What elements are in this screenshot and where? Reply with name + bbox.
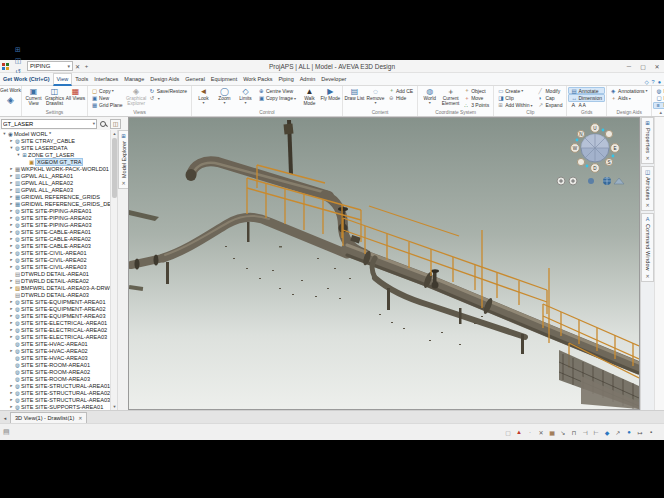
maximize-button[interactable]: ▢ — [636, 60, 650, 73]
nav-west-label[interactable]: W — [573, 146, 578, 151]
search-icon[interactable] — [99, 120, 107, 128]
style-icon[interactable]: ◇ — [644, 79, 648, 85]
button-all-views[interactable]: ▦All Views — [65, 86, 86, 101]
button-current-element[interactable]: ＋Current Element — [440, 86, 461, 106]
chevron-down-icon[interactable]: ▾ — [530, 103, 532, 108]
chevron-down-icon[interactable]: ▾ — [429, 101, 431, 105]
tree-item-site-site-cable-area01[interactable]: ▸◍SITE SITE-CABLE-AREA01 — [0, 228, 110, 235]
search-input[interactable] — [3, 121, 87, 127]
status-icon-2[interactable]: ▲ — [514, 427, 524, 437]
close-icon[interactable]: ✕ — [645, 273, 649, 279]
button-clip[interactable]: ◨Clip — [495, 94, 535, 101]
ribbon-tab-equipment[interactable]: Equipment — [208, 74, 240, 84]
button-save-restore[interactable]: ↻Save/Restore — [147, 87, 190, 94]
tab-command-window[interactable]: ACommand Window✕ — [641, 213, 654, 281]
button-dimension[interactable]: ↔Dimension — [568, 94, 605, 101]
tree-item-bmfwrl-detail-area03-a-drwg[interactable]: ▸▧BMFWRL DETAIL-AREA03-A-DRWG — [0, 284, 110, 291]
chevron-down-icon[interactable]: ▾ — [374, 101, 376, 105]
tree-item-wkpkhl-work-pack-world01[interactable]: ▸▦WKPKHL WORK-PACK-WORLD01 — [0, 165, 110, 172]
button-add-ce[interactable]: ＋Add CE — [386, 87, 416, 94]
status-icon-9[interactable]: ⊢ — [591, 427, 601, 437]
close-icon[interactable]: ✕ — [121, 180, 125, 186]
tree-item-site-site-electrical-area03[interactable]: ▸◍SITE SITE-ELECTRICAL-AREA03 — [0, 333, 110, 340]
status-icon-12[interactable]: ● — [624, 427, 634, 437]
tree-item-site-ctray-cable[interactable]: ▸◍SITE CTRAY_CABLE — [0, 137, 110, 144]
close-button[interactable]: ✕ — [650, 60, 664, 73]
tree-item-site-site-hvac-area03[interactable]: ◍SITE SITE-HVAC-AREA03 — [0, 354, 110, 361]
button-3-points[interactable]: ∴3 Points — [461, 102, 492, 109]
tree-item-site-site-room-area03[interactable]: ◍SITE SITE-ROOM-AREA03 — [0, 375, 110, 382]
ribbon-tab-piping[interactable]: Piping — [275, 74, 296, 84]
button-annotations[interactable]: ◈Annotations▾ — [608, 87, 650, 94]
tree-item-site-site-civil-area01[interactable]: ▸◍SITE SITE-CIVIL-AREA01 — [0, 249, 110, 256]
find-button[interactable]: ◫ — [110, 119, 121, 129]
chevron-down-icon[interactable]: ▾ — [294, 96, 296, 101]
tree-item-site-site-hvac-area01[interactable]: ◍SITE SITE-HVAC-AREA01 — [0, 340, 110, 347]
info-icon[interactable]: ● — [658, 79, 661, 85]
button-blank[interactable]: ↺▾ — [147, 94, 190, 101]
tree-item-gpwl-all-area03[interactable]: ▸▥GPWL ALL_AREA03 — [0, 186, 110, 193]
tree-item-site-site-piping-area01[interactable]: ▸◍SITE SITE-PIPING-AREA01 — [0, 207, 110, 214]
tree-item-site-site-equipment-area01[interactable]: ▸◍SITE SITE-EQUIPMENT-AREA01 — [0, 298, 110, 305]
close-icon[interactable]: ✕ — [645, 202, 649, 208]
button-create[interactable]: ▭Create▾ — [495, 87, 535, 94]
chevron-down-icon[interactable]: ▾ — [93, 121, 95, 126]
tree-item-dtwrld-detail-area01[interactable]: ▤DTWRLD DETAIL-AREA01 — [0, 270, 110, 277]
button-cap[interactable]: ◗Cap — [535, 94, 565, 101]
tab-properties[interactable]: ⊞Properties✕ — [641, 117, 654, 164]
chevron-down-icon[interactable]: ▾ — [629, 96, 631, 101]
ribbon-tab-work-packs[interactable]: Work Packs — [240, 74, 275, 84]
chevron-down-icon[interactable]: ▾ — [645, 88, 647, 93]
button-annotate[interactable]: ▤Annotate — [568, 87, 605, 94]
tree-item-gridwl-reference-grids-detail[interactable]: ▸▦GRIDWL REFERENCE_GRIDS_DETAIL — [0, 200, 110, 207]
button-add-within[interactable]: ⊞Add Within▾ — [495, 102, 535, 109]
monitors-icon[interactable]: ◫ — [13, 55, 23, 66]
3d-viewport[interactable]: U E D W N S — [128, 117, 640, 410]
button-draw-list[interactable]: ▤Draw List — [344, 86, 365, 101]
button-new[interactable]: ▣New — [89, 94, 126, 101]
chevron-down-icon[interactable]: ▾ — [202, 101, 204, 105]
ribbon-tab-view[interactable]: View — [53, 73, 73, 86]
tree-item-site-site-equipment-area03[interactable]: ▸◍SITE SITE-EQUIPMENT-AREA03 — [0, 312, 110, 319]
tree-item-site-site-equipment-area02[interactable]: ▸◍SITE SITE-EQUIPMENT-AREA02 — [0, 305, 110, 312]
tree-item-gpwl-all-area02[interactable]: ▸▥GPWL ALL_AREA02 — [0, 179, 110, 186]
button-world[interactable]: ◍World▾ — [419, 86, 440, 105]
status-icon-11[interactable]: ↗ — [613, 427, 623, 437]
button-limits[interactable]: ◇Limits▾ — [235, 86, 256, 105]
button-look[interactable]: ◄Look▾ — [193, 86, 214, 105]
button-graphics-drawlist[interactable]: ◫Graphics Drawlist — [44, 86, 65, 106]
nav-up-label[interactable]: U — [593, 126, 596, 131]
chevron-down-icon[interactable]: ▾ — [521, 88, 523, 93]
button-a-a[interactable]: AA A — [568, 102, 605, 109]
button-hide[interactable]: ⊖Hide — [386, 94, 416, 101]
status-icon-4[interactable]: ✕ — [536, 427, 546, 437]
status-icon-14[interactable]: ▪ — [646, 427, 656, 437]
tree-item-dtwrld-detail-area03[interactable]: ▤DTWRLD DETAIL-AREA03 — [0, 291, 110, 298]
tree-item-model-worl-[interactable]: ▾◉Model WORL * — [0, 130, 110, 137]
nav-north-label[interactable]: N — [579, 132, 582, 137]
tree-item-site-site-room-area01[interactable]: ◍SITE SITE-ROOM-AREA01 — [0, 361, 110, 368]
button-graphical-explorer[interactable]: ◈Graphical Explorer — [126, 86, 147, 106]
tree-scrollbar[interactable]: ▲ ▼ — [110, 130, 117, 410]
ribbon-tab-manage[interactable]: Manage — [121, 74, 147, 84]
ribbon-tab-developer[interactable]: Developer — [318, 74, 349, 84]
button-fly-mode[interactable]: ▶Fly Mode — [320, 86, 341, 101]
windows-icon[interactable]: ⊞ — [13, 44, 23, 55]
button-remove[interactable]: ◌Remove▾ — [365, 86, 386, 105]
ribbon-tab-interfaces[interactable]: Interfaces — [91, 74, 121, 84]
button-current-view[interactable]: ▣Current View — [23, 86, 44, 106]
tab-attributes[interactable]: ◫Attributes✕ — [641, 166, 654, 211]
tree-item-site-site-cable-area03[interactable]: ▸◍SITE SITE-CABLE-AREA03 — [0, 242, 110, 249]
tree-item-gridwl-reference-grids[interactable]: ▸▦GRIDWL REFERENCE_GRIDS — [0, 193, 110, 200]
button-object[interactable]: ＋Object — [461, 87, 492, 94]
tree-item-site-site-structural-area02[interactable]: ▸◍SITE SITE-STRUCTURAL-AREA02 — [0, 389, 110, 396]
status-icon-5[interactable]: ▦ — [547, 427, 557, 437]
button-centre-view[interactable]: ⊕Centre View — [256, 87, 299, 94]
help-icon[interactable]: ? — [652, 79, 655, 85]
status-icon-8[interactable]: ⊣ — [580, 427, 590, 437]
ribbon-tab-get-work-ctrl-g-[interactable]: Get Work (Ctrl+G) — [0, 74, 53, 84]
nav-south-label[interactable]: S — [607, 160, 610, 165]
tree-item-site-site-supports-area01[interactable]: ▸◍SITE SITE-SUPPORTS-AREA01 — [0, 403, 110, 410]
tree-item-site-site-piping-area02[interactable]: ▸◍SITE SITE-PIPING-AREA02 — [0, 214, 110, 221]
tab-3d-view[interactable]: 3D View(1) - Drawlist(1) ✕ — [10, 412, 87, 423]
